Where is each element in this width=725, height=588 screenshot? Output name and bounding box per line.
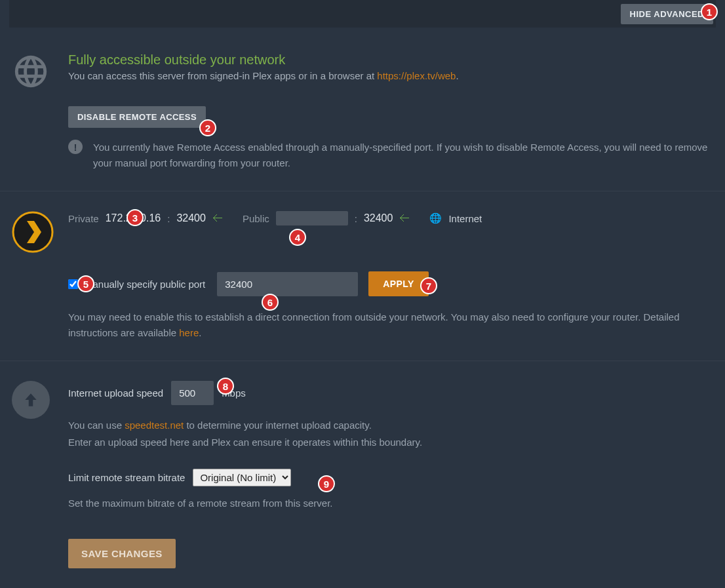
upload-help-prefix: You can use xyxy=(68,420,125,431)
svg-point-0 xyxy=(13,212,52,252)
plex-icon xyxy=(12,211,54,253)
upload-icon xyxy=(12,381,50,419)
private-label: Private xyxy=(68,213,99,224)
port-help-suffix: . xyxy=(199,327,201,338)
public-port: 32400 xyxy=(364,212,393,224)
apply-button[interactable]: APPLY xyxy=(368,271,428,296)
port-help-link[interactable]: here xyxy=(179,327,199,338)
manual-port-label: Manually specify public port xyxy=(85,279,205,290)
upload-speed-unit: Mbps xyxy=(222,387,246,399)
notice-text: You currently have Remote Access enabled… xyxy=(93,140,709,171)
bitrate-select[interactable]: Original (No limit) xyxy=(193,469,291,486)
internet-globe-icon: 🌐 xyxy=(429,212,442,224)
public-label: Public xyxy=(243,213,269,224)
save-changes-button[interactable]: SAVE CHANGES xyxy=(68,539,176,568)
manual-port-checkbox[interactable] xyxy=(68,279,78,289)
network-info-row: Private 172.21.0.16 : 32400 🡠 Public : 3… xyxy=(68,211,709,225)
upload-help-suffix: to determine your internet upload capaci… xyxy=(184,420,372,431)
speedtest-link[interactable]: speedtest.net xyxy=(125,420,184,431)
arrow-left-icon: 🡠 xyxy=(212,212,223,224)
port-help-text: You may need to enable this to establish… xyxy=(68,309,709,341)
upload-help-text: You can use speedtest.net to determine y… xyxy=(68,417,709,450)
arrow-left-icon: 🡠 xyxy=(399,212,410,224)
plex-web-link[interactable]: https://plex.tv/web xyxy=(377,70,456,81)
hide-advanced-button[interactable]: HIDE ADVANCED xyxy=(621,4,713,24)
status-title: Fully accessible outside your network xyxy=(68,52,709,68)
upload-speed-input[interactable] xyxy=(171,381,214,405)
status-desc-prefix: You can access this server from signed-i… xyxy=(68,70,377,81)
disable-remote-access-button[interactable]: DISABLE REMOTE ACCESS xyxy=(68,106,206,128)
status-description: You can access this server from signed-i… xyxy=(68,70,709,81)
upload-speed-label: Internet upload speed xyxy=(68,387,163,399)
internet-label: Internet xyxy=(448,213,482,224)
bitrate-help: Set the maximum bitrate of a remote stre… xyxy=(68,496,709,511)
port-help-prefix: You may need to enable this to establish… xyxy=(68,311,680,338)
private-port: 32400 xyxy=(176,212,206,224)
private-ip: 172.21.0.16 xyxy=(106,212,161,224)
globe-icon xyxy=(12,52,50,90)
upload-help2: Enter an upload speed here and Plex can … xyxy=(68,437,422,448)
bitrate-label: Limit remote stream bitrate xyxy=(68,472,185,483)
manual-port-input[interactable] xyxy=(217,272,358,296)
public-ip-masked xyxy=(276,211,348,225)
exclamation-icon: ! xyxy=(68,140,83,154)
status-desc-suffix: . xyxy=(456,70,458,81)
